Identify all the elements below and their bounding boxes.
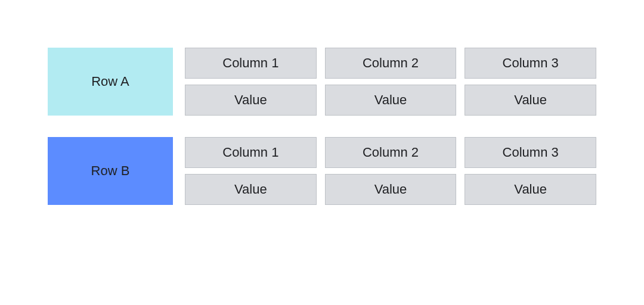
cell-text: Column 2 — [363, 55, 419, 71]
column-header-cell: Column 2 — [325, 137, 457, 168]
value-cell: Value — [185, 174, 317, 205]
cell-text: Value — [234, 92, 267, 108]
grouped-columns-diagram: Row A Column 1 Column 2 Column 3 Value V… — [48, 48, 596, 205]
row-group-b: Row B Column 1 Column 2 Column 3 Value V… — [48, 137, 596, 205]
cell-text: Value — [514, 182, 547, 197]
value-cell: Value — [185, 85, 317, 116]
value-cell: Value — [465, 85, 596, 116]
cell-text: Column 1 — [222, 55, 278, 71]
column-header-cell: Column 3 — [465, 48, 596, 79]
column-header-cell: Column 1 — [185, 48, 317, 79]
column-header-cell: Column 1 — [185, 137, 317, 168]
row-header-b: Row B — [48, 137, 173, 205]
value-cell: Value — [465, 174, 596, 205]
row-group-a: Row A Column 1 Column 2 Column 3 Value V… — [48, 48, 596, 116]
cell-text: Value — [514, 92, 547, 108]
cell-text: Value — [374, 182, 407, 197]
row-header-label: Row A — [91, 74, 129, 89]
row-a-cells: Column 1 Column 2 Column 3 Value Value V… — [185, 48, 596, 116]
column-header-cell: Column 2 — [325, 48, 457, 79]
column-header-cell: Column 3 — [465, 137, 596, 168]
row-header-a: Row A — [48, 48, 173, 116]
cell-text: Value — [374, 92, 407, 108]
row-b-cells: Column 1 Column 2 Column 3 Value Value V… — [185, 137, 596, 205]
cell-text: Value — [234, 182, 267, 197]
cell-text: Column 3 — [503, 55, 559, 71]
cell-text: Column 3 — [503, 145, 559, 160]
cell-text: Column 2 — [363, 145, 419, 160]
cell-text: Column 1 — [222, 145, 278, 160]
value-cell: Value — [325, 174, 457, 205]
row-header-label: Row B — [91, 163, 130, 179]
value-cell: Value — [325, 85, 457, 116]
